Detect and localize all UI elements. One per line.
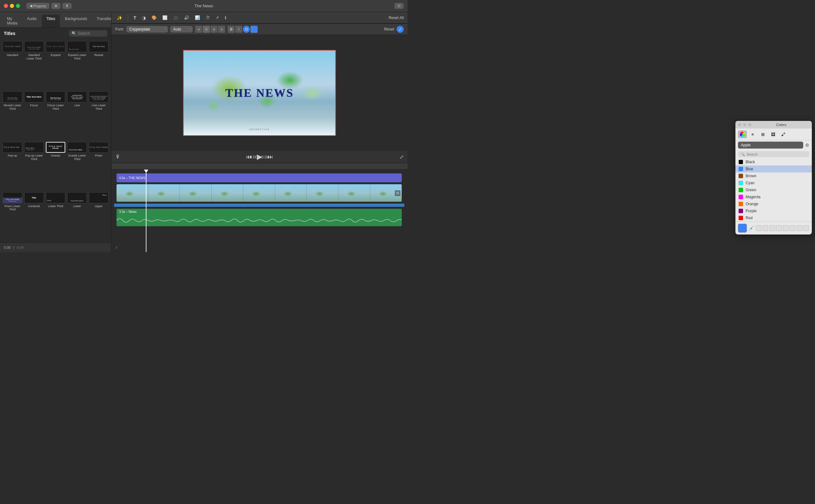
video-thumb-2: [148, 184, 180, 202]
font-select[interactable]: Copperplate: [126, 26, 168, 32]
title-item-standard-lower[interactable]: TITLE TEXT HERE TITLE TEXT HERE Standard…: [24, 41, 44, 89]
title-item-popup[interactable]: TITLE TEXT HE... Pop-up: [3, 142, 22, 190]
title-label-prism-lower: Prism Lower Third: [3, 205, 22, 212]
title-item-lower-third[interactable]: Name Lower Third: [46, 192, 66, 241]
title-item-focus-lower[interactable]: Title Text Here TITLE TEXT HERE Focus Lo…: [46, 91, 66, 140]
projects-label: Projects: [33, 4, 46, 8]
title-label-popup: Pop-up: [8, 154, 17, 157]
title-thumb-prism-lower: TITLE TEXT HERE Title text here: [3, 192, 22, 203]
video-thumb-3: [180, 184, 212, 202]
title-label-lower: Lower: [73, 205, 81, 208]
title-item-gravity-lower[interactable]: TITLE TEXT HERE Gravity Lower Third: [67, 142, 87, 190]
expand-button[interactable]: ⤢: [399, 154, 404, 160]
title-label-line-lower: Line Lower Third: [89, 104, 109, 111]
title-thumb-gravity: TITLE TEXT HERE: [46, 142, 66, 153]
align-right-button[interactable]: ≡: [210, 26, 217, 33]
title-label-gravity-lower: Gravity Lower Third: [67, 154, 87, 161]
title-item-line[interactable]: Title Text Here Line: [67, 91, 87, 140]
align-center-button[interactable]: ≡: [203, 26, 210, 33]
titles-grid: TITLE TEXT HERE Standard TITLE TEXT HERE…: [0, 39, 111, 242]
title-item-centered[interactable]: Title Centered: [24, 192, 44, 241]
title-item-expand-lower[interactable]: Title Text Here Expand Lower Third: [67, 41, 87, 89]
title-label-gravity: Gravity: [51, 154, 60, 157]
bars-button[interactable]: 📊: [193, 14, 201, 21]
video-thumb-6: [275, 184, 307, 202]
title-item-line-lower[interactable]: TITLE TEXT HERE TITLE TEXT HERE Line Low…: [89, 91, 109, 140]
bold-button[interactable]: B: [228, 26, 235, 33]
tab-audio[interactable]: Audio: [23, 15, 41, 27]
title-item-prism[interactable]: TITLE TEXT HERE Prism: [89, 142, 109, 190]
reset-all-button[interactable]: Reset All: [389, 16, 404, 20]
preview-title: THE NEWS: [225, 86, 293, 100]
toolbar-divider-1: [128, 15, 128, 21]
align-justify-button[interactable]: ≡: [218, 26, 225, 33]
title-label-prism: Prism: [95, 154, 102, 157]
volume-button[interactable]: 🔊: [182, 14, 191, 21]
projects-button[interactable]: ◀ Projects: [26, 3, 49, 9]
search-box[interactable]: 🔍 Search: [69, 30, 107, 37]
time-current: 0:00: [4, 246, 11, 249]
text-format-button[interactable]: T: [132, 14, 138, 21]
import-button[interactable]: ⬇: [62, 3, 72, 9]
title-label-lower-third: Lower Third: [48, 205, 63, 208]
speed-button[interactable]: ⏱: [204, 14, 211, 21]
microphone-button[interactable]: 🎙: [115, 154, 120, 160]
title-item-reveal-lower[interactable]: Title Text Here TITLE TEXT HERE Reveal L…: [3, 91, 22, 140]
title-thumb-standard: TITLE TEXT HERE: [3, 41, 22, 52]
font-select-wrapper: Copperplate ⌃: [126, 26, 168, 32]
italic-button[interactable]: I: [235, 26, 242, 33]
reset-button[interactable]: Reset: [384, 27, 394, 31]
title-item-prism-lower[interactable]: TITLE TEXT HERE Title text here Prism Lo…: [3, 192, 22, 241]
timeline-label-bar: 0:00 / 0:04: [0, 242, 111, 252]
title-item-upper[interactable]: Name Upper: [89, 192, 109, 241]
tab-my-media[interactable]: My Media: [3, 15, 22, 27]
share-button[interactable]: ↗: [214, 14, 221, 21]
confirm-button[interactable]: ✓: [397, 26, 404, 33]
title-thumb-expand: Title Text Here: [46, 41, 66, 52]
text-color-swatch[interactable]: [250, 26, 257, 33]
video-track[interactable]: ⊡: [116, 184, 402, 202]
camera-button[interactable]: 🎥: [172, 14, 180, 21]
fullscreen-button[interactable]: ⊡: [394, 3, 404, 9]
zoom-button[interactable]: [16, 4, 20, 8]
search-icon: 🔍: [72, 31, 76, 36]
title-item-standard[interactable]: TITLE TEXT HERE Standard: [3, 41, 22, 89]
title-label-reveal: Reveal: [94, 53, 103, 57]
preview-background: ANTARCTICA THE NEWS: [184, 51, 335, 135]
title-thumb-reveal: Title Text Here: [89, 41, 109, 52]
title-item-lower[interactable]: Name/Description Lower: [67, 192, 87, 241]
minimize-button[interactable]: [10, 4, 14, 8]
font-size-select[interactable]: Auto: [170, 26, 193, 32]
align-left-button[interactable]: ≡: [195, 26, 202, 33]
title-label-focus: Focus: [30, 104, 38, 107]
title-thumb-upper: Name: [89, 192, 109, 203]
video-thumb-7: [306, 184, 338, 202]
title-item-gravity[interactable]: TITLE TEXT HERE Gravity: [46, 142, 66, 190]
crop-button[interactable]: ⬜: [161, 14, 169, 21]
style-button[interactable]: ◑: [140, 14, 147, 21]
editor-toolbar: ✨ T ◑ 🎨 ⬜ 🎥 🔊 📊 ⏱ ↗ ℹ Reset All: [111, 12, 408, 24]
title-item-reveal[interactable]: Title Text Here Reveal: [89, 41, 109, 89]
switch-view-button[interactable]: ⊞: [51, 3, 60, 9]
time-display: 0:00 / 0:04: [249, 155, 269, 159]
close-button[interactable]: [4, 4, 8, 8]
wand-button[interactable]: ✨: [115, 14, 124, 21]
video-track-icon: ⊡: [395, 190, 400, 196]
title-label-upper: Upper: [95, 205, 103, 208]
title-label-line: Line: [74, 104, 80, 107]
title-item-focus[interactable]: Title Text Here Focus: [24, 91, 44, 140]
color-palette-button[interactable]: 🎨: [150, 14, 158, 21]
tab-backgrounds[interactable]: Backgrounds: [60, 15, 92, 27]
title-thumb-focus: Title Text Here: [24, 91, 44, 102]
title-track[interactable]: 4.0s – THE NEWS: [116, 173, 402, 182]
time-total: 0:04: [17, 246, 23, 249]
title-item-popup-lower[interactable]: TITLE TEXT ... TITLE TEXT... Pop-up Lowe…: [24, 142, 44, 190]
panel-header: Titles 🔍 Search: [0, 28, 111, 39]
outline-button[interactable]: O: [243, 26, 250, 33]
title-item-expand[interactable]: Title Text Here Expand: [46, 41, 66, 89]
audio-track[interactable]: 3.3s – News: [116, 209, 402, 226]
title-track-label: 4.0s – THE NEWS: [119, 176, 145, 180]
tab-titles[interactable]: Titles: [42, 15, 60, 27]
info-button[interactable]: ℹ: [223, 14, 228, 21]
title-thumb-standard-lower: TITLE TEXT HERE TITLE TEXT HERE: [24, 41, 44, 52]
